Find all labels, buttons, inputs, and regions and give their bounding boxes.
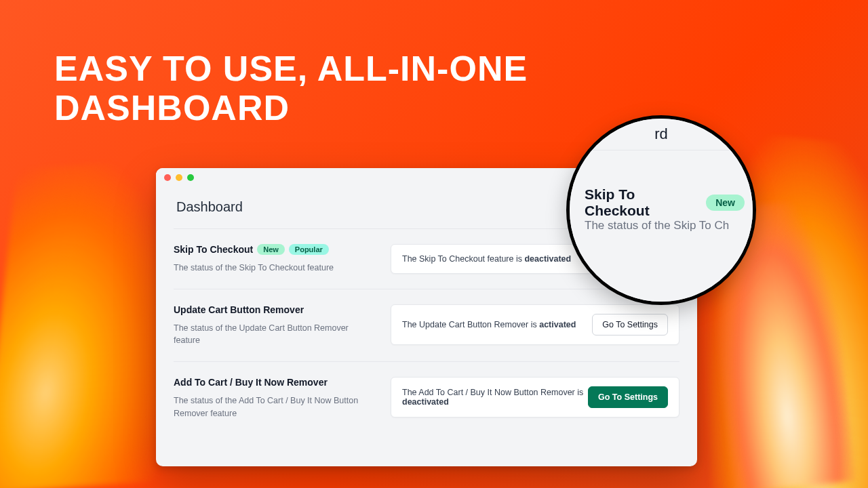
status-prefix: The Add To Cart / Buy It Now Button Remo… — [402, 388, 583, 397]
feature-status-card: The Add To Cart / Buy It Now Button Remo… — [391, 377, 679, 418]
feature-status-text: The Skip To Checkout feature is deactiva… — [402, 254, 571, 264]
hero-line-2: DASHBOARD — [54, 88, 290, 127]
window-maximize-icon[interactable] — [187, 174, 194, 181]
magnifier-circle: rd Skip To Checkout New The status of th… — [566, 115, 756, 305]
status-prefix: The Update Cart Button Remover is — [402, 320, 539, 329]
feature-status-text: The Add To Cart / Buy It Now Button Remo… — [402, 388, 588, 407]
feature-subtitle: The status of the Update Cart Button Rem… — [174, 322, 363, 346]
feature-info: Skip To CheckoutNewPopularThe status of … — [174, 244, 391, 274]
go-to-settings-button[interactable]: Go To Settings — [588, 386, 668, 408]
magnifier-heading-fragment: rd — [654, 125, 668, 143]
feature-title: Add To Cart / Buy It Now Remover — [174, 377, 328, 388]
feature-subtitle: The status of the Add To Cart / Buy It N… — [174, 394, 363, 419]
window-close-icon[interactable] — [164, 174, 171, 181]
magnifier-feature-desc: The status of the Skip To Ch — [585, 219, 746, 232]
feature-info: Add To Cart / Buy It Now RemoverThe stat… — [174, 377, 391, 419]
feature-badge-popular: Popular — [289, 244, 329, 255]
feature-section: Update Cart Button RemoverThe status of … — [174, 289, 679, 361]
go-to-settings-button[interactable]: Go To Settings — [592, 314, 668, 336]
feature-subtitle: The status of the Skip To Checkout featu… — [174, 262, 363, 274]
status-word: activated — [539, 320, 576, 329]
magnifier-feature-title: Skip To Checkout — [585, 186, 698, 219]
feature-status-card: The Update Cart Button Remover is activa… — [391, 304, 679, 345]
hero-title: EASY TO USE, ALL-IN-ONE DASHBOARD — [54, 49, 528, 127]
feature-title: Skip To Checkout — [174, 244, 253, 255]
hero-line-1: EASY TO USE, ALL-IN-ONE — [54, 49, 528, 88]
feature-badge-new: New — [257, 244, 285, 255]
feature-status-text: The Update Cart Button Remover is activa… — [402, 320, 576, 329]
feature-title: Update Cart Button Remover — [174, 304, 304, 315]
feature-section: Add To Cart / Buy It Now RemoverThe stat… — [174, 361, 679, 434]
window-minimize-icon[interactable] — [176, 174, 182, 181]
magnifier-badge-new: New — [706, 195, 745, 211]
magnifier-divider — [570, 150, 753, 150]
feature-info: Update Cart Button RemoverThe status of … — [174, 304, 391, 346]
status-prefix: The Skip To Checkout feature is — [402, 254, 524, 264]
status-word: deactivated — [402, 397, 449, 407]
status-word: deactivated — [524, 254, 571, 264]
